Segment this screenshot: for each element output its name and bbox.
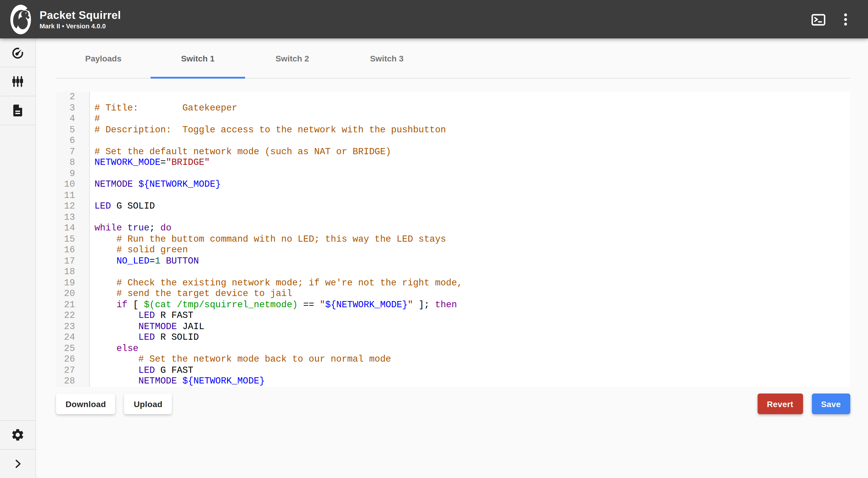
- line-number: 26: [56, 354, 89, 365]
- code-line[interactable]: 15 # Run the buttom command with no LED;…: [56, 234, 850, 245]
- code-line[interactable]: 6: [56, 135, 850, 146]
- code-line[interactable]: 27 LED G FAST: [56, 365, 850, 376]
- line-number: 6: [56, 135, 89, 146]
- code-line-text: # Set the network mode back to our norma…: [89, 354, 391, 365]
- line-number: 18: [56, 267, 89, 277]
- tab-bar: Payloads Switch 1 Switch 2 Switch 3: [56, 38, 850, 79]
- code-line-text: NETWORK_MODE="BRIDGE": [89, 157, 210, 168]
- app-subtitle: Mark II • Version 4.0.0: [39, 22, 121, 29]
- line-number: 11: [56, 190, 89, 201]
- editor-actions: Download Upload Revert Save: [56, 393, 850, 414]
- code-line[interactable]: 21 if [ $(cat /tmp/squirrel_netmode) == …: [56, 299, 850, 310]
- code-line-text: [89, 190, 94, 201]
- code-line-text: LED G FAST: [89, 365, 193, 376]
- gauge-icon: [11, 46, 25, 60]
- code-line[interactable]: 9: [56, 168, 850, 179]
- upload-button[interactable]: Upload: [124, 393, 172, 414]
- revert-button[interactable]: Revert: [757, 393, 803, 414]
- code-line[interactable]: 5# Description: Toggle access to the net…: [56, 124, 850, 135]
- code-line-text: NETMODE JAIL: [89, 321, 204, 332]
- code-line-text: NO_LED=1 BUTTON: [89, 256, 199, 267]
- code-line[interactable]: 4#: [56, 114, 850, 124]
- code-line[interactable]: 18: [56, 267, 850, 277]
- line-number: 12: [56, 201, 89, 212]
- sliders-icon: [11, 74, 25, 89]
- code-line[interactable]: 17 NO_LED=1 BUTTON: [56, 256, 850, 267]
- line-number: 23: [56, 321, 89, 332]
- line-number: 9: [56, 168, 89, 179]
- code-line[interactable]: 25 else: [56, 343, 850, 354]
- app-header: Packet Squirrel Mark II • Version 4.0.0: [0, 0, 868, 38]
- line-number: 19: [56, 277, 89, 288]
- line-number: 4: [56, 114, 89, 124]
- code-line[interactable]: 19 # Check the existing network mode; if…: [56, 277, 850, 288]
- code-line[interactable]: 14while true; do: [56, 223, 850, 234]
- code-line-text: LED R SOLID: [89, 332, 199, 343]
- code-line-text: # solid green: [89, 245, 188, 256]
- tab-switch-1[interactable]: Switch 1: [151, 38, 245, 78]
- line-number: 3: [56, 102, 89, 114]
- code-line[interactable]: 28 NETMODE ${NETWORK_MODE}: [56, 376, 850, 387]
- line-number: 21: [56, 299, 89, 310]
- code-line[interactable]: 12LED G SOLID: [56, 201, 850, 212]
- sidebar-item-dashboard[interactable]: [0, 38, 35, 67]
- code-line[interactable]: 26 # Set the network mode back to our no…: [56, 354, 850, 365]
- code-line[interactable]: 20 # send the target device to jail: [56, 288, 850, 299]
- code-line[interactable]: 22 LED R FAST: [56, 310, 850, 321]
- line-number: 8: [56, 157, 89, 168]
- save-button[interactable]: Save: [812, 393, 850, 414]
- sidebar: [0, 38, 36, 478]
- payload-code-editor[interactable]: 23# Title: Gatekeeper4#5# Description: T…: [56, 92, 850, 387]
- sidebar-expand-toggle[interactable]: [0, 449, 35, 478]
- app-shell: Payloads Switch 1 Switch 2 Switch 3 23# …: [0, 38, 868, 478]
- code-line[interactable]: 7# Set the default network mode (such as…: [56, 146, 850, 157]
- code-line-text: [89, 92, 94, 102]
- code-line-text: # Set the default network mode (such as …: [89, 146, 391, 157]
- page: Packet Squirrel Mark II • Version 4.0.0: [0, 0, 868, 478]
- code-line[interactable]: 3# Title: Gatekeeper: [56, 102, 850, 114]
- code-line-text: else: [89, 343, 138, 354]
- code-line[interactable]: 11: [56, 190, 850, 201]
- line-number: 14: [56, 223, 89, 234]
- gear-icon: [11, 428, 25, 442]
- main-area: Payloads Switch 1 Switch 2 Switch 3 23# …: [36, 38, 868, 478]
- kebab-menu-icon[interactable]: [838, 12, 852, 26]
- code-line[interactable]: 24 LED R SOLID: [56, 332, 850, 343]
- line-number: 13: [56, 212, 89, 223]
- sidebar-item-settings[interactable]: [0, 420, 35, 449]
- tab-switch-3[interactable]: Switch 3: [340, 38, 434, 78]
- line-number: 24: [56, 332, 89, 343]
- download-button[interactable]: Download: [56, 393, 116, 414]
- terminal-icon[interactable]: [811, 12, 826, 26]
- sidebar-filler: [0, 125, 35, 420]
- code-line[interactable]: 8NETWORK_MODE="BRIDGE": [56, 157, 850, 168]
- line-number: 17: [56, 256, 89, 267]
- code-line[interactable]: 16 # solid green: [56, 245, 850, 256]
- code-line-text: # Check the existing network mode; if we…: [89, 277, 462, 288]
- code-line-text: # Title: Gatekeeper: [89, 102, 237, 114]
- code-line[interactable]: 10NETMODE ${NETWORK_MODE}: [56, 179, 850, 190]
- tab-payloads[interactable]: Payloads: [56, 38, 151, 78]
- line-number: 7: [56, 146, 89, 157]
- line-number: 2: [56, 92, 89, 102]
- code-line-text: LED R FAST: [89, 310, 193, 321]
- chevron-right-icon: [12, 458, 24, 470]
- sidebar-item-payload-settings[interactable]: [0, 67, 35, 96]
- code-line-text: # send the target device to jail: [89, 288, 292, 299]
- code-line-text: [89, 212, 94, 223]
- code-line-text: NETMODE ${NETWORK_MODE}: [89, 376, 265, 387]
- file-document-icon: [11, 103, 25, 118]
- line-number: 15: [56, 234, 89, 245]
- line-number: 20: [56, 288, 89, 299]
- code-line[interactable]: 13: [56, 212, 850, 223]
- line-number: 22: [56, 310, 89, 321]
- code-line[interactable]: 23 NETMODE JAIL: [56, 321, 850, 332]
- code-line-text: [89, 135, 94, 146]
- sidebar-item-logs[interactable]: [0, 96, 35, 125]
- code-lines: 23# Title: Gatekeeper4#5# Description: T…: [56, 92, 850, 387]
- code-line-text: while true; do: [89, 223, 172, 234]
- line-number: 28: [56, 376, 89, 387]
- code-line[interactable]: 2: [56, 92, 850, 102]
- packet-squirrel-logo-icon: [10, 4, 31, 35]
- tab-switch-2[interactable]: Switch 2: [245, 38, 340, 78]
